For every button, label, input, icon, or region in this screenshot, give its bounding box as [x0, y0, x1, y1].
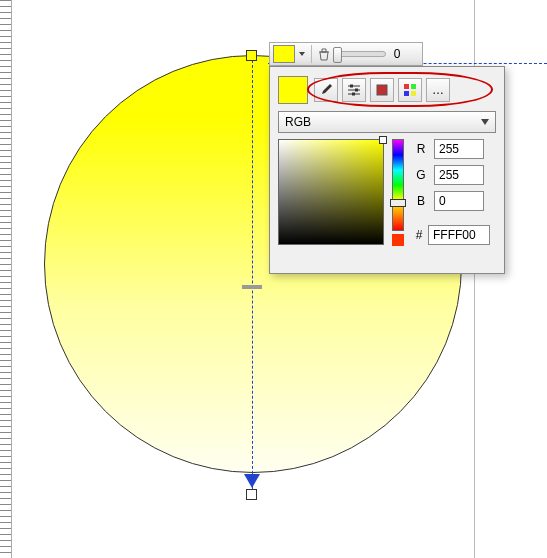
hue-preview-swatch: [392, 234, 404, 246]
palette-grid-button[interactable]: [398, 78, 422, 102]
ruler-vertical: [0, 0, 12, 558]
saturation-value-field[interactable]: [278, 139, 384, 245]
b-input[interactable]: 0: [434, 191, 484, 211]
hex-prefix: #: [414, 228, 424, 242]
color-model-select[interactable]: RGB: [278, 111, 496, 133]
sliders-button[interactable]: [342, 78, 366, 102]
svg-rect-0: [350, 85, 353, 88]
svg-rect-3: [377, 85, 387, 95]
gradient-direction-arrow-icon: [244, 474, 260, 488]
eyedropper-button[interactable]: [314, 78, 338, 102]
hue-thumb[interactable]: [390, 199, 406, 207]
stop-color-dropdown[interactable]: [297, 45, 307, 63]
g-label: G: [414, 168, 428, 182]
gradient-stop-end[interactable]: [246, 489, 257, 500]
g-input[interactable]: 255: [434, 165, 484, 185]
r-label: R: [414, 142, 428, 156]
stop-offset-slider[interactable]: [334, 51, 386, 57]
stop-color-swatch[interactable]: [273, 45, 295, 63]
gradient-axis[interactable]: [252, 55, 253, 499]
r-value: 255: [439, 142, 459, 156]
hex-input[interactable]: FFFF00: [428, 225, 490, 245]
swatch-button[interactable]: [370, 78, 394, 102]
svg-rect-1: [355, 89, 358, 92]
color-picker-panel: … RGB R: [269, 66, 505, 274]
svg-rect-6: [404, 91, 409, 96]
svg-rect-5: [411, 84, 416, 89]
hue-slider[interactable]: [392, 139, 404, 231]
opacity-icon: [316, 45, 332, 63]
b-value: 0: [439, 194, 446, 208]
gradient-stop-start[interactable]: [246, 50, 257, 61]
ellipsis-icon: …: [432, 83, 444, 97]
gradient-midpoint-handle[interactable]: [242, 285, 262, 289]
slider-thumb[interactable]: [333, 47, 342, 63]
more-options-button[interactable]: …: [426, 78, 450, 102]
color-model-value: RGB: [285, 115, 311, 129]
color-tool-row: …: [314, 78, 496, 102]
canvas[interactable]: 0: [12, 0, 547, 558]
r-input[interactable]: 255: [434, 139, 484, 159]
svg-rect-2: [352, 93, 355, 96]
hex-value: FFFF00: [433, 228, 476, 242]
g-value: 255: [439, 168, 459, 182]
gradient-stop-toolbar: 0: [269, 42, 423, 66]
separator: [311, 45, 312, 63]
b-label: B: [414, 194, 428, 208]
stop-offset-value: 0: [388, 47, 406, 61]
chevron-down-icon: [481, 119, 489, 125]
sv-cursor[interactable]: [379, 136, 387, 144]
svg-rect-7: [411, 91, 416, 96]
current-color-swatch[interactable]: [278, 76, 308, 104]
svg-rect-4: [404, 84, 409, 89]
